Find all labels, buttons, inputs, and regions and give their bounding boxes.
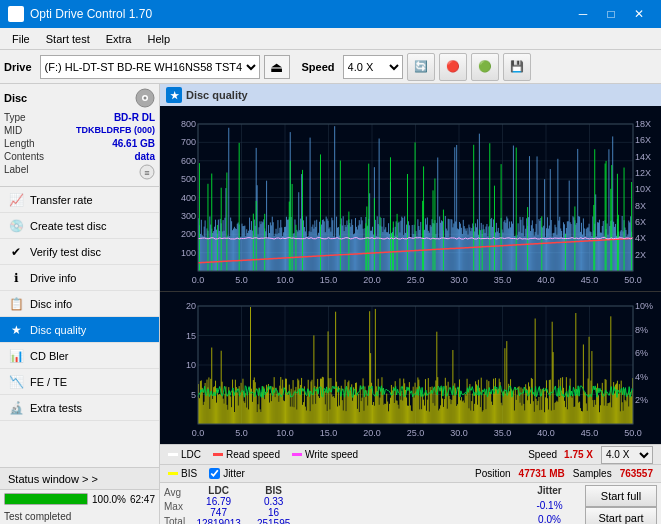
jitter-checkbox[interactable] <box>209 468 220 479</box>
disc-icon[interactable] <box>135 88 155 108</box>
bis-max: 16 <box>268 507 279 518</box>
settings-button2[interactable]: 🟢 <box>471 53 499 81</box>
eject-button[interactable]: ⏏ <box>264 55 290 79</box>
fe-te-icon: 📉 <box>8 374 24 390</box>
write-speed-dot <box>292 453 302 456</box>
drive-info-icon: ℹ <box>8 270 24 286</box>
app-icon <box>8 6 24 22</box>
cd-bler-icon: 📊 <box>8 348 24 364</box>
minimize-button[interactable]: ─ <box>569 0 597 28</box>
samples-value: 763557 <box>620 468 653 479</box>
ldc-avg: 16.79 <box>206 496 231 507</box>
disc-mid-key: MID <box>4 125 22 136</box>
status-bottom: Status window > > 100.0% 62:47 Test comp… <box>0 467 159 524</box>
speed-select[interactable]: 4.0 X <box>343 55 403 79</box>
position-value: 47731 MB <box>519 468 565 479</box>
nav-label-extra-tests: Extra tests <box>30 402 82 414</box>
start-part-button[interactable]: Start part <box>585 507 657 524</box>
legend-write-speed: Write speed <box>292 449 358 460</box>
svg-point-2 <box>144 97 147 100</box>
sidebar: Disc Type BD-R DL MID TDKBLDRFB (000) Le… <box>0 84 160 524</box>
speed-label: Speed <box>302 61 335 73</box>
samples-label: Samples <box>573 468 612 479</box>
nav-label-verify-test-disc: Verify test disc <box>30 246 101 258</box>
status-window-button[interactable]: Status window > > <box>0 468 159 490</box>
speed-info-label: Speed <box>528 449 557 460</box>
disc-length-val: 46.61 GB <box>112 138 155 149</box>
svg-text:≡: ≡ <box>144 168 149 178</box>
bis-col-header: BIS <box>265 485 282 496</box>
transfer-rate-icon: 📈 <box>8 192 24 208</box>
legend-write-speed-label: Write speed <box>305 449 358 460</box>
sidebar-item-disc-quality[interactable]: ★ Disc quality <box>0 317 159 343</box>
nav-label-disc-quality: Disc quality <box>30 324 86 336</box>
disc-type-val: BD-R DL <box>114 112 155 123</box>
settings-button1[interactable]: 🔴 <box>439 53 467 81</box>
chart-top <box>160 106 661 292</box>
disc-quality-header: ★ Disc quality <box>160 84 661 106</box>
bis-dot <box>168 472 178 475</box>
start-full-button[interactable]: Start full <box>585 485 657 507</box>
main-layout: Disc Type BD-R DL MID TDKBLDRFB (000) Le… <box>0 84 661 524</box>
jitter-col-header: Jitter <box>537 485 561 496</box>
extra-tests-icon: 🔬 <box>8 400 24 416</box>
ldc-total: 12819013 <box>196 518 241 524</box>
drive-select[interactable]: (F:) HL-DT-ST BD-RE WH16NS58 TST4 <box>40 55 260 79</box>
nav-label-disc-info: Disc info <box>30 298 72 310</box>
close-button[interactable]: ✕ <box>625 0 653 28</box>
disc-info-icon: 📋 <box>8 296 24 312</box>
progress-bar-fill <box>5 494 87 504</box>
menu-bar: File Start test Extra Help <box>0 28 661 50</box>
ldc-col-header: LDC <box>208 485 229 496</box>
sidebar-item-extra-tests[interactable]: 🔬 Extra tests <box>0 395 159 421</box>
avg-label: Avg <box>164 487 185 498</box>
nav-label-create-test-disc: Create test disc <box>30 220 106 232</box>
charts-area <box>160 106 661 444</box>
time-text: 62:47 <box>130 494 155 505</box>
ldc-max: 747 <box>210 507 227 518</box>
disc-contents-val: data <box>134 151 155 162</box>
sidebar-item-disc-info[interactable]: 📋 Disc info <box>0 291 159 317</box>
disc-title: Disc <box>4 92 27 104</box>
jitter-avg: -0.1% <box>536 500 562 511</box>
legend-jitter-label: Jitter <box>223 468 245 479</box>
sidebar-item-create-test-disc[interactable]: 💿 Create test disc <box>0 213 159 239</box>
menu-file[interactable]: File <box>4 31 38 47</box>
legend-speed-info: Speed 1.75 X <box>528 449 593 460</box>
nav-label-fe-te: FE / TE <box>30 376 67 388</box>
progress-text: 100.0% <box>92 494 126 505</box>
menu-extra[interactable]: Extra <box>98 31 140 47</box>
disc-quality-icon: ★ <box>8 322 24 338</box>
disc-quality-header-icon: ★ <box>166 87 182 103</box>
sidebar-item-fe-te[interactable]: 📉 FE / TE <box>0 369 159 395</box>
title-bar-controls: ─ □ ✕ <box>569 0 653 28</box>
max-label: Max <box>164 501 185 512</box>
title-bar: Opti Drive Control 1.70 ─ □ ✕ <box>0 0 661 28</box>
maximize-button[interactable]: □ <box>597 0 625 28</box>
sidebar-item-drive-info[interactable]: ℹ Drive info <box>0 265 159 291</box>
legend-ldc-label: LDC <box>181 449 201 460</box>
legend-bis: BIS <box>168 468 197 479</box>
menu-start-test[interactable]: Start test <box>38 31 98 47</box>
sidebar-item-verify-test-disc[interactable]: ✔ Verify test disc <box>0 239 159 265</box>
drive-label: Drive <box>4 61 32 73</box>
chart-bottom <box>160 292 661 444</box>
toolbar: Drive (F:) HL-DT-ST BD-RE WH16NS58 TST4 … <box>0 50 661 84</box>
refresh-button[interactable]: 🔄 <box>407 53 435 81</box>
sidebar-item-transfer-rate[interactable]: 📈 Transfer rate <box>0 187 159 213</box>
sidebar-item-cd-bler[interactable]: 📊 CD Bler <box>0 343 159 369</box>
disc-quality-title: Disc quality <box>186 89 248 101</box>
legend-top: LDC Read speed Write speed Speed 1.75 X <box>160 445 661 465</box>
menu-help[interactable]: Help <box>139 31 178 47</box>
create-disc-icon: 💿 <box>8 218 24 234</box>
label-icon[interactable]: ≡ <box>139 164 155 180</box>
status-text-row: Test completed <box>0 508 159 524</box>
speed-dropdown[interactable]: 4.0 X <box>601 446 653 464</box>
disc-mid-val: TDKBLDRFB (000) <box>76 125 155 136</box>
legend-read-speed: Read speed <box>213 449 280 460</box>
legend-bis-label: BIS <box>181 468 197 479</box>
save-button[interactable]: 💾 <box>503 53 531 81</box>
disc-contents-key: Contents <box>4 151 44 162</box>
progress-bar-container <box>4 493 88 505</box>
speed-info-value: 1.75 X <box>564 449 593 460</box>
